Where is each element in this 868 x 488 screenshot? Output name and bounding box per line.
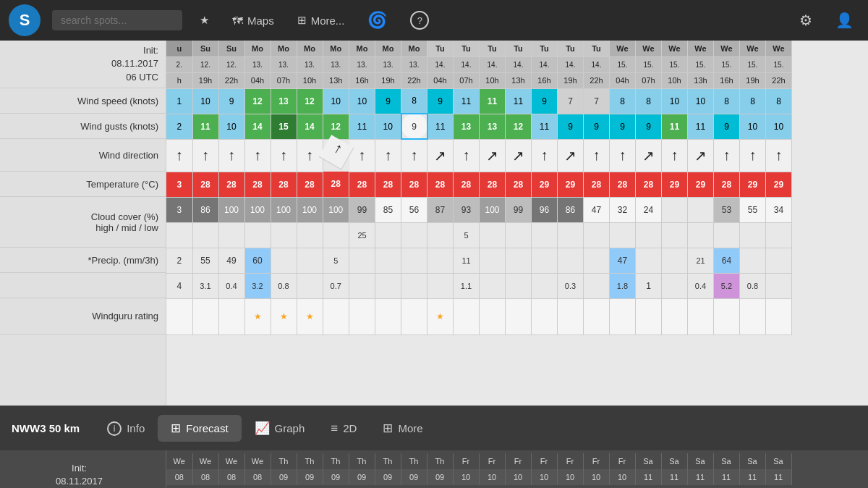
tab-info[interactable]: i Info — [94, 416, 158, 442]
forecast-table-scroll[interactable]: u Su Su Mo Mo Mo Mo Mo Mo Mo Tu Tu Tu Tu… — [166, 41, 868, 405]
app-logo[interactable]: S — [9, 4, 41, 36]
tab-forecast-label: Forecast — [186, 422, 228, 434]
tab-2d-label: 2D — [343, 422, 357, 434]
tab-more-label: More — [398, 422, 422, 434]
forecast-area: Init: 08.11.2017 06 UTC Wind speed (knot… — [0, 41, 868, 405]
brand-swirl-icon: 🌀 — [367, 11, 387, 30]
search-input[interactable] — [52, 10, 182, 30]
brand-icon-button[interactable]: 🌀 — [362, 8, 393, 33]
grid-icon: ⊞ — [297, 14, 307, 27]
precip-mm-row: 4 3.1 0.4 3.2 0.8 0.7 1.1 0.3 1.8 1 — [166, 273, 792, 298]
second-init-row: Init: 08.11.2017 WeWeWeWe ThThThTh ThThT… — [0, 450, 868, 488]
2d-icon: ≡ — [331, 421, 338, 436]
second-init-label: Init: 08.11.2017 — [0, 450, 166, 488]
maps-button[interactable]: 🗺 Maps — [226, 12, 280, 30]
graph-icon: 📈 — [255, 421, 270, 436]
day-row: u Su Su Mo Mo Mo Mo Mo Mo Mo Tu Tu Tu Tu… — [166, 41, 792, 56]
settings-button[interactable]: ⚙ — [793, 9, 818, 32]
nav-right-controls: ⚙ 👤 — [793, 9, 859, 32]
temperature-label: Temperature (°C) — [0, 172, 166, 197]
info-circle-icon: i — [107, 421, 122, 436]
wind-gusts-label: Wind gusts (knots) — [0, 114, 166, 139]
forecast-grid-icon: ⊞ — [171, 421, 181, 436]
tab-info-label: Info — [127, 422, 145, 434]
favorites-button[interactable]: ★ — [194, 11, 215, 30]
rating-label: Windguru rating — [0, 298, 166, 335]
tab-2d[interactable]: ≡ 2D — [318, 416, 370, 442]
precip-mm-label — [0, 273, 166, 298]
more-label: More... — [311, 14, 345, 27]
help-button[interactable]: ? — [404, 8, 435, 33]
tab-forecast[interactable]: ⊞ Forecast — [158, 415, 241, 442]
windguru-rating-row: ★ ★ ★ ★ — [166, 298, 792, 335]
wind-direction-label: Wind direction — [0, 139, 166, 172]
star-icon: ★ — [200, 14, 209, 27]
user-button[interactable]: 👤 — [830, 9, 859, 32]
temperature-row: 3 28 28 28 28 28 28 28 28 28 28 28 28 28… — [166, 172, 792, 197]
forecast-table: u Su Su Mo Mo Mo Mo Mo Mo Mo Tu Tu Tu Tu… — [166, 41, 792, 335]
wind-speed-row: 1 10 9 12 13 12 10 10 9 8 9 11 11 11 9 7… — [166, 88, 792, 114]
maps-label: Maps — [247, 14, 274, 27]
cloud-cover-label: Cloud cover (%) high / mid / low — [0, 197, 166, 248]
user-icon: 👤 — [835, 12, 854, 29]
wind-direction-row: ↑ ↑ ↑ ↑ ↑ ↑ ↑ ↑ ↑ ↑ ↗ ↑ ↗ ↗ ↑ ↗ ↑ ↑ ↗ ↑ — [166, 139, 792, 172]
more-grid-icon: ⊞ — [383, 421, 393, 436]
row-labels: Init: 08.11.2017 06 UTC Wind speed (knot… — [0, 41, 166, 405]
wind-speed-label: Wind speed (knots) — [0, 88, 166, 114]
cloud-cover-mid-row: 25 5 — [166, 222, 792, 248]
tab-graph[interactable]: 📈 Graph — [242, 415, 318, 442]
model-brand: NWW3 50 km — [12, 422, 94, 434]
precip-label: *Precip. (mm/3h) — [0, 248, 166, 273]
help-circle-icon: ? — [410, 11, 429, 30]
more-button[interactable]: ⊞ More... — [292, 11, 351, 30]
second-init-scroll: WeWeWeWe ThThThTh ThThTh FrFrFrFrFrFrFr … — [166, 450, 868, 488]
bottom-tabs: NWW3 50 km i Info ⊞ Forecast 📈 Graph ≡ 2… — [0, 405, 868, 450]
time-row: h 19h 22h 04h 07h 10h 13h 16h 19h 22h 04… — [166, 72, 792, 88]
top-navigation: S ★ 🗺 Maps ⊞ More... 🌀 ? ⚙ 👤 — [0, 0, 868, 41]
gear-icon: ⚙ — [799, 12, 812, 29]
cloud-cover-high-row: 3 86 100 100 100 100 100 99 85 56 87 93 … — [166, 197, 792, 222]
init-label: Init: 08.11.2017 06 UTC — [0, 41, 166, 88]
wind-gusts-row: 2 11 10 14 15 14 12 11 10 9 11 13 13 12 … — [166, 114, 792, 139]
maps-icon: 🗺 — [232, 14, 243, 27]
precip-amount-row: 2 55 49 60 5 11 47 21 — [166, 248, 792, 273]
date-row: 2. 12. 12. 13. 13. 13. 13. 13. 13. 13. 1… — [166, 56, 792, 72]
tab-more[interactable]: ⊞ More — [370, 415, 435, 442]
tab-graph-label: Graph — [275, 422, 305, 434]
